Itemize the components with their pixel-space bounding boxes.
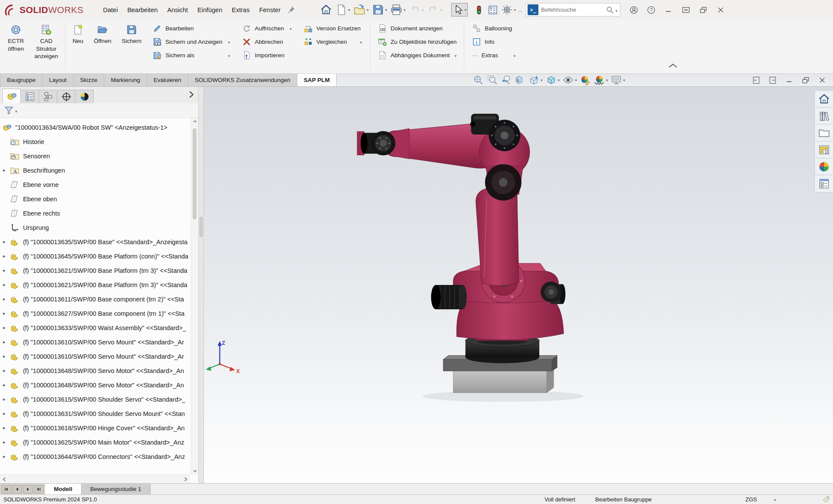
expand-arrow-icon[interactable] [3, 253, 10, 259]
span-displays-button[interactable] [679, 3, 692, 16]
tree-item[interactable]: (f) "10000013648/SWP/00 Servo Motor" <<S… [0, 363, 198, 378]
open-button[interactable]: Öffnen [89, 21, 116, 46]
collapse-left-pane-button[interactable] [751, 76, 761, 85]
tree-item[interactable]: (f) "10000013625/SWP/00 Main Motor" <<St… [0, 435, 198, 449]
tree-item[interactable]: Ebene vorne [0, 177, 198, 192]
tree-item[interactable]: (f) "10000013644/SWP/00 Connectors" <<St… [0, 449, 198, 464]
tree-item[interactable]: Ursprung [0, 220, 198, 235]
expand-arrow-icon[interactable] [3, 296, 10, 302]
tree-item[interactable]: (f) "10000013618/SWP/00 Hinge Cover" <<S… [0, 421, 198, 435]
first-tab-button[interactable] [1, 485, 11, 494]
tree-horizontal-scrollbar[interactable] [0, 475, 190, 483]
last-tab-button[interactable] [34, 485, 44, 494]
dependent-document-caret[interactable] [453, 52, 457, 59]
featuremanager-button[interactable] [2, 88, 21, 103]
scroll-left-icon[interactable] [0, 475, 8, 483]
expand-arrow-icon[interactable] [3, 396, 10, 402]
tree-item[interactable]: (f) "10000013615/SWP/00 Shoulder Servo" … [0, 392, 198, 406]
ribbon-collapse-button[interactable] [667, 62, 679, 70]
menu-item[interactable]: Bearbeiten [122, 4, 162, 16]
zoom-area-button[interactable] [486, 74, 498, 86]
info-button[interactable]: Info [469, 35, 519, 49]
flyout-chevron-icon[interactable] [187, 90, 196, 99]
scrollbar-thumb[interactable] [193, 128, 197, 219]
tree-item[interactable]: (f) "10000013645/SWP/00 Base Platform (c… [0, 249, 198, 263]
coordinate-caret-icon[interactable] [774, 495, 776, 504]
zoom-fit-button[interactable] [472, 74, 485, 86]
commandmanager-tab[interactable]: Markierung [104, 74, 147, 86]
menu-item[interactable]: Fenster [254, 4, 285, 16]
toolbar-overflow[interactable]: .. [518, 7, 522, 13]
commandmanager-tab[interactable]: Layout [43, 74, 74, 86]
options-button[interactable] [500, 2, 518, 17]
extras-button[interactable]: ···Extras [469, 49, 519, 62]
refresh-caret[interactable] [289, 25, 292, 32]
pin-menu-icon[interactable] [286, 5, 296, 15]
save-button[interactable] [371, 2, 389, 18]
graphics-viewport[interactable]: Z X Y [204, 87, 833, 483]
scroll-up-icon[interactable] [192, 118, 198, 125]
close-button[interactable] [714, 3, 727, 16]
view-palette-button[interactable] [815, 141, 833, 158]
displaymanager-button[interactable] [75, 90, 94, 103]
display-pane-button[interactable] [486, 3, 500, 17]
view-orientation-button[interactable] [528, 74, 544, 86]
appearances-button[interactable] [815, 158, 833, 175]
apply-scene-button[interactable] [593, 74, 609, 86]
search-input[interactable] [538, 7, 605, 13]
menu-item[interactable]: Extras [227, 4, 254, 16]
minimize-button[interactable] [662, 3, 675, 16]
custom-properties-button[interactable] [815, 175, 833, 192]
tree-item[interactable]: Ebene rechts [0, 206, 198, 220]
tree-item[interactable]: (f) "10000013611/SWP/00 Base component (… [0, 292, 198, 306]
import-button[interactable]: Importieren [239, 49, 295, 62]
scroll-down-icon[interactable] [192, 468, 198, 475]
menu-item[interactable]: Datei [98, 4, 123, 16]
restore-button[interactable] [697, 3, 710, 16]
expand-arrow-icon[interactable] [3, 282, 10, 288]
robot-model[interactable]: Z X Y [204, 87, 833, 483]
ballooning-button[interactable]: 12Ballooning [469, 22, 519, 35]
doc-minimize-button[interactable] [784, 76, 794, 85]
ectr-open-button[interactable]: ECTRöffnen [3, 21, 29, 54]
home-button[interactable] [318, 2, 334, 18]
tree-item[interactable]: (f) "10000013648/SWP/00 Servo Motor" <<S… [0, 378, 198, 392]
cad-structure-button[interactable]: CADStrukturanzeigen [29, 21, 63, 62]
expand-arrow-icon[interactable] [3, 325, 10, 331]
document-tab[interactable]: Modell [45, 484, 82, 494]
display-style-button[interactable] [545, 74, 561, 86]
new-button[interactable]: Neu [67, 21, 89, 46]
tag-icon[interactable] [822, 496, 830, 504]
add-to-objectlist-button[interactable]: Zu Objektliste hinzufügen [374, 35, 459, 49]
search-options-caret[interactable] [614, 7, 618, 13]
hide-show-items-button[interactable] [562, 74, 578, 86]
open-button[interactable] [352, 2, 371, 18]
filter-caret[interactable] [14, 107, 17, 114]
tree-vertical-scrollbar[interactable] [191, 118, 198, 475]
tree-item[interactable]: (f) "10000013610/SWP/00 Servo Mount" <<S… [0, 349, 198, 363]
next-tab-button[interactable] [23, 485, 33, 494]
commandmanager-tab[interactable]: SOLIDWORKS Zusatzanwendungen [188, 74, 298, 86]
undo-button[interactable] [407, 2, 426, 18]
expand-arrow-icon[interactable] [3, 239, 10, 245]
new-document-button[interactable] [334, 2, 352, 18]
home-pane-button[interactable] [815, 91, 833, 108]
tree-item[interactable]: (f) "10000013631/SWP/00 Shoulder Servo M… [0, 406, 198, 421]
commandmanager-tab[interactable]: Baugruppe [0, 74, 43, 86]
save-as-caret[interactable] [227, 52, 230, 59]
tree-item[interactable]: (f) "10000013621/SWP/00 Base Platform (t… [0, 278, 198, 292]
menu-item[interactable]: Einfügen [193, 4, 227, 16]
redo-button[interactable] [426, 2, 444, 18]
tree-item[interactable]: (f) "10000013621/SWP/00 Base Platform (t… [0, 263, 198, 278]
expand-arrow-icon[interactable] [3, 454, 10, 459]
expand-arrow-icon[interactable] [3, 368, 10, 373]
file-explorer-button[interactable] [815, 124, 833, 141]
extras-caret[interactable] [512, 52, 516, 59]
print-button[interactable] [389, 2, 407, 18]
compare-button[interactable]: Vergleichen [300, 35, 365, 49]
commandmanager-tab[interactable]: Skizze [74, 74, 105, 86]
collapse-right-pane-button[interactable] [768, 76, 777, 85]
coordinate-system-label[interactable]: ZGS [745, 495, 757, 504]
tree-item[interactable]: Historie [0, 134, 198, 149]
interference-lights-button[interactable] [472, 3, 486, 17]
